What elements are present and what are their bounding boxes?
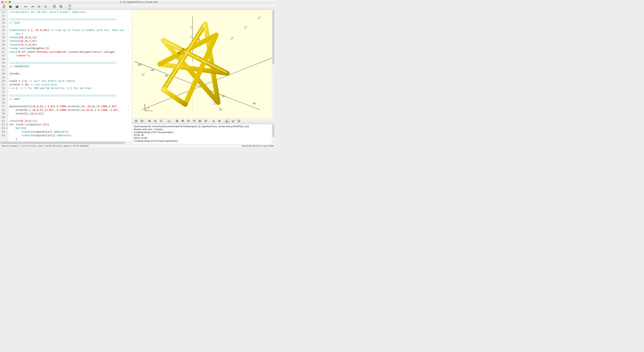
fullscreen-window-button[interactable] [9, 1, 11, 3]
svg-point-43 [160, 120, 162, 122]
zoom-fit-icon [160, 119, 163, 123]
status-bar: Viewport: translate = [ -2.42 9.14 13.55… [0, 144, 275, 147]
fold-toggle[interactable]: ⊟ [6, 123, 8, 126]
fold-spacer [6, 119, 8, 123]
code-line[interactable]: stretch = 18; // set scale here [10, 83, 131, 86]
fold-toggle[interactable]: ⊟ [6, 126, 8, 130]
code-line[interactable] [10, 14, 131, 18]
zoom-fit-button[interactable] [158, 119, 164, 124]
export-stl-button[interactable]: STL [67, 5, 73, 9]
new-file-button[interactable] [1, 5, 7, 9]
show-scale-button[interactable]: 10 [230, 119, 236, 124]
scrollbar-thumb[interactable] [0, 142, 125, 144]
zoom-out-button[interactable] [153, 119, 158, 124]
undo-button[interactable] [23, 5, 29, 9]
line-number: 34 [1, 21, 5, 25]
code-line[interactable] [10, 57, 131, 61]
svg-text:y: y [148, 107, 149, 109]
code-line[interactable]: // TEXT [10, 21, 131, 25]
svg-text:-40: -40 [150, 68, 154, 72]
perspective-button[interactable] [211, 119, 216, 124]
code-line[interactable]: scale = 2.4; // will not affect wire rad… [10, 79, 131, 83]
code-line[interactable] [10, 68, 131, 72]
code-line[interactable]: // KNOT [10, 97, 131, 101]
code-line[interactable]: ////////////////////////////////////////… [10, 61, 131, 65]
line-number: 37 [1, 32, 5, 36]
open-file-button[interactable] [8, 5, 14, 9]
console[interactable]: Saved backup file: /Users/lora/Documents… [132, 124, 275, 144]
code-line[interactable]: rotate(56,[0,0,1]) [10, 36, 131, 39]
view-top-button[interactable] [180, 119, 185, 124]
render-button[interactable] [58, 5, 64, 9]
save-file-button[interactable] [14, 5, 20, 9]
unindent-button[interactable] [36, 5, 42, 9]
scrollbar-thumb[interactable] [272, 124, 274, 137]
render-button-2[interactable] [139, 119, 144, 124]
console-vertical-scrollbar[interactable] [272, 124, 275, 144]
indent-button[interactable] [42, 5, 48, 9]
code-line[interactable]: stretch],[-10,0,0],[3.827,-9.2388,stretc… [10, 108, 131, 112]
fold-gutter[interactable]: ⊟⊟ [6, 10, 8, 141]
code-line[interactable]: rotate(74,[1,0,0]) [10, 43, 131, 47]
code-line[interactable] [10, 25, 131, 28]
fold-spacer [6, 137, 8, 141]
line-number: 38 [1, 36, 5, 39]
code-line[interactable]: h=1.5 [10, 32, 131, 36]
show-axes-button[interactable] [224, 119, 230, 124]
code-line[interactable]: points=scale*[[10,0,0],[-3.827,9.2388,st… [10, 104, 131, 108]
fold-spacer [6, 43, 8, 47]
redo-button[interactable] [30, 5, 35, 9]
code-line[interactable]: //translate([-10,-10,15]) color("green")… [10, 10, 131, 14]
line-number: 64 [1, 130, 5, 133]
code-line[interactable]: r = 2; // 2 for FDM and SW Versitile, 1.… [10, 86, 131, 90]
preview-button[interactable] [52, 5, 57, 9]
zoom-in-button[interactable] [147, 119, 152, 124]
view-bottom-button[interactable] [186, 119, 191, 124]
code-line[interactable]: rotate(44,[0,1,0]) [10, 39, 131, 43]
scale-icon: 10 [232, 119, 235, 123]
view-left-button[interactable] [192, 119, 197, 124]
code-line[interactable]: hull(){ [10, 126, 131, 130]
orthographic-button[interactable] [217, 119, 222, 124]
code-line[interactable]: translate(points[i]) sphere(r); [10, 130, 131, 133]
viewport-vertical-scrollbar[interactable] [272, 10, 275, 118]
minimize-window-button[interactable] [5, 1, 7, 3]
code-line[interactable]: linear_extrude(height=1.5) [10, 47, 131, 50]
code-line[interactable]: for (i=[0:len(points)-2]){ [10, 123, 131, 126]
view-front-button[interactable] [197, 119, 203, 124]
code-line[interactable]: } [10, 137, 131, 141]
rotate-ccw-icon [168, 119, 171, 123]
code-line[interactable] [10, 101, 131, 104]
code-line[interactable]: $fn=50; [10, 72, 131, 75]
3d-viewport[interactable]: -60 -40 -20 20 40 -40 20 [132, 10, 275, 119]
code-line[interactable] [10, 75, 131, 79]
svg-line-32 [163, 90, 185, 104]
code-line[interactable]: // PARAMETERS [10, 65, 131, 68]
view-right-button[interactable] [174, 119, 180, 124]
code-line[interactable]: translate(points[i+1]) sphere(r); [10, 133, 131, 137]
editor-horizontal-scrollbar[interactable] [0, 141, 132, 144]
code-lines[interactable]: //translate([-10,-10,15]) color("green")… [8, 10, 132, 141]
line-number: 44 [1, 57, 5, 61]
close-window-button[interactable] [2, 1, 4, 3]
line-number: 39 [1, 39, 5, 43]
fold-spacer [6, 133, 8, 137]
rotate-ccw-button[interactable] [166, 119, 172, 124]
view-back-button[interactable] [203, 119, 208, 124]
line-number: 53 [1, 90, 5, 94]
code-line[interactable]: rotate(45,[0,0,1]) [10, 119, 131, 123]
line-number: 36 [1, 28, 5, 32]
code-line[interactable]: ////////////////////////////////////////… [10, 18, 131, 21]
code-line[interactable]: stretch],[10,0,0]]; [10, 112, 131, 115]
preview-button-2[interactable] [133, 119, 139, 124]
code-editor[interactable]: 3132333435363738394041424344454647484950… [0, 10, 132, 141]
code-line[interactable]: "center"); [10, 54, 131, 57]
code-line[interactable] [10, 115, 131, 119]
show-crosshairs-button[interactable] [236, 119, 242, 124]
scrollbar-thumb[interactable] [272, 10, 274, 65]
code-line[interactable]: text("8-19",font="Antenna:style=Black",s… [10, 50, 131, 54]
line-number: 59 [1, 112, 5, 115]
code-line[interactable]: ////////////////////////////////////////… [10, 94, 131, 97]
code-line[interactable] [10, 90, 131, 94]
code-line[interactable]: translate([-3.7,-15.9,36]) // line up so… [10, 28, 131, 32]
